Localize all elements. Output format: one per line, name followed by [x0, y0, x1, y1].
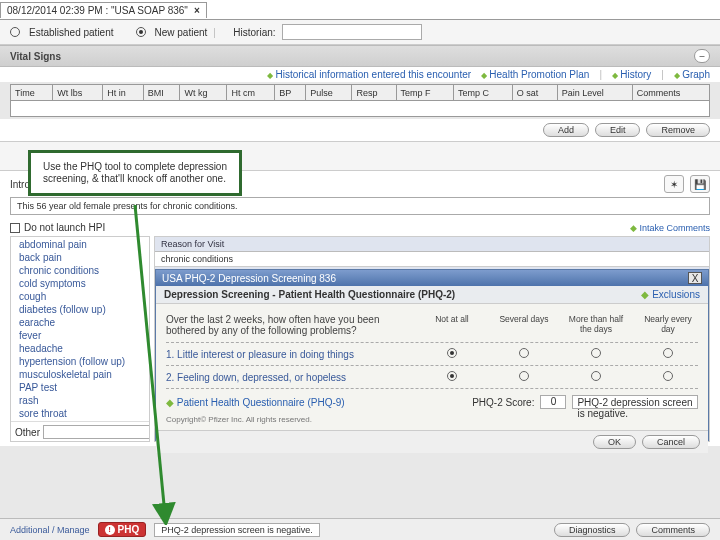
historian-label: Historian:: [233, 27, 275, 38]
symptom-item[interactable]: hypertension (follow up): [15, 355, 145, 368]
symptom-item[interactable]: cough: [15, 290, 145, 303]
vitals-col: Pulse: [306, 85, 352, 101]
radio-new[interactable]: [136, 27, 146, 37]
ok-button[interactable]: OK: [593, 435, 636, 449]
other-label: Other: [15, 427, 40, 438]
rfv-value: chronic conditions: [155, 252, 709, 267]
other-input[interactable]: [43, 425, 150, 439]
q1-opt3[interactable]: [663, 348, 673, 358]
question-1: 1. Little interest or pleasure in doing …: [166, 345, 698, 363]
vitals-buttons: Add Edit Remove: [0, 119, 720, 141]
save-icon[interactable]: 💾: [690, 175, 710, 193]
symptom-list[interactable]: abdominal painback painchronic condition…: [10, 236, 150, 442]
phq9-link[interactable]: Patient Health Questionnaire (PHQ-9): [166, 397, 345, 408]
vital-signs-title: Vital Signs: [10, 51, 61, 62]
add-button[interactable]: Add: [543, 123, 589, 137]
score-label: PHQ-2 Score:: [472, 397, 534, 408]
modal-sub-text: Depression Screening - Patient Health Qu…: [164, 289, 455, 300]
vitals-col: Pain Level: [557, 85, 632, 101]
phq2-modal: USA PHQ-2 Depression Screening 836 X Dep…: [155, 269, 709, 441]
historian-input[interactable]: [282, 24, 422, 40]
symptom-item[interactable]: back pain: [15, 251, 145, 264]
vitals-col: BMI: [143, 85, 180, 101]
score-value: 0: [540, 395, 566, 409]
document-tab[interactable]: 08/12/2014 02:39 PM : "USA SOAP 836" ×: [0, 2, 207, 18]
refresh-icon[interactable]: ✶: [664, 175, 684, 193]
vitals-col: O sat: [512, 85, 557, 101]
patient-type-row: Established patient New patient | Histor…: [0, 20, 720, 45]
symptom-item[interactable]: musculoskeletal pain: [15, 368, 145, 381]
symptom-item[interactable]: PAP test: [15, 381, 145, 394]
q2-label[interactable]: 2. Feeling down, depressed, or hopeless: [166, 372, 410, 383]
symptom-item[interactable]: headache: [15, 342, 145, 355]
vitals-col: Time: [11, 85, 53, 101]
q1-label[interactable]: 1. Little interest or pleasure in doing …: [166, 349, 410, 360]
comments-button[interactable]: Comments: [636, 523, 710, 537]
collapse-icon[interactable]: –: [694, 49, 710, 63]
modal-close-icon[interactable]: X: [688, 272, 702, 284]
vitals-col: Temp C: [453, 85, 512, 101]
footer-bar: Additional / Manage PHQ PHQ-2 depression…: [0, 518, 720, 540]
diagnostics-button[interactable]: Diagnostics: [554, 523, 631, 537]
vitals-table: TimeWt lbsHt inBMIWt kgHt cmBPPulseRespT…: [10, 84, 710, 117]
close-icon[interactable]: ×: [194, 5, 200, 16]
vital-signs-header: Vital Signs –: [0, 45, 720, 67]
opt-1: Several days: [494, 314, 554, 336]
health-plan-link[interactable]: Health Promotion Plan: [481, 69, 589, 80]
question-2: 2. Feeling down, depressed, or hopeless: [166, 368, 698, 386]
exclusions-link[interactable]: Exclusions: [641, 289, 700, 300]
q1-opt0[interactable]: [447, 348, 457, 358]
vitals-col: Wt kg: [180, 85, 227, 101]
vitals-col: Resp: [352, 85, 396, 101]
q1-opt1[interactable]: [519, 348, 529, 358]
intake-comments-link[interactable]: Intake Comments: [630, 223, 710, 233]
hpi-controls: Do not launch HPI Intake Comments: [0, 219, 720, 236]
vitals-col: Ht in: [103, 85, 143, 101]
symptom-item[interactable]: fever: [15, 329, 145, 342]
symptom-item[interactable]: diabetes (follow up): [15, 303, 145, 316]
hist-info-link[interactable]: Historical information entered this enco…: [267, 69, 471, 80]
annotation-callout: Use the PHQ tool to complete depression …: [28, 150, 242, 196]
opt-3: Nearly every day: [638, 314, 698, 336]
symptom-item[interactable]: rash: [15, 394, 145, 407]
phq-status: PHQ-2 depression screen is negative.: [154, 523, 320, 537]
modal-titlebar[interactable]: USA PHQ-2 Depression Screening 836 X: [156, 270, 708, 286]
symptom-item[interactable]: chronic conditions: [15, 264, 145, 277]
intro-text[interactable]: This 56 year old female presents for chr…: [10, 197, 710, 215]
history-link[interactable]: History: [612, 69, 651, 80]
symptom-item[interactable]: abdominal pain: [15, 238, 145, 251]
vitals-col: BP: [275, 85, 306, 101]
new-label: New patient: [155, 27, 208, 38]
q2-opt0[interactable]: [447, 371, 457, 381]
symptom-item[interactable]: earache: [15, 316, 145, 329]
q2-opt1[interactable]: [519, 371, 529, 381]
symptom-item[interactable]: sore throat: [15, 407, 145, 420]
additional-manage-link[interactable]: Additional / Manage: [10, 525, 90, 535]
radio-established[interactable]: [10, 27, 20, 37]
phq-button[interactable]: PHQ: [98, 522, 147, 537]
question-lead: Over the last 2 weeks, how often have yo…: [166, 314, 410, 336]
no-hpi-checkbox[interactable]: [10, 223, 20, 233]
result-value: PHQ-2 depression screen is negative.: [572, 395, 698, 409]
established-label: Established patient: [29, 27, 114, 38]
symptom-item[interactable]: cold symptoms: [15, 277, 145, 290]
modal-subheader: Depression Screening - Patient Health Qu…: [156, 286, 708, 304]
hpi-right-pane: Reason for Visit chronic conditions Hist…: [154, 236, 710, 442]
vitals-col: Temp F: [396, 85, 453, 101]
tab-label: 08/12/2014 02:39 PM : "USA SOAP 836": [7, 5, 188, 16]
hpi-body: abdominal painback painchronic condition…: [0, 236, 720, 446]
vitals-col: Ht cm: [227, 85, 275, 101]
vitals-row[interactable]: [11, 101, 710, 117]
q2-opt3[interactable]: [663, 371, 673, 381]
edit-button[interactable]: Edit: [595, 123, 641, 137]
graph-link[interactable]: Graph: [674, 69, 710, 80]
vitals-col: Comments: [632, 85, 709, 101]
opt-2: More than half the days: [566, 314, 626, 336]
remove-button[interactable]: Remove: [646, 123, 710, 137]
q2-opt2[interactable]: [591, 371, 601, 381]
q1-opt2[interactable]: [591, 348, 601, 358]
cancel-button[interactable]: Cancel: [642, 435, 700, 449]
modal-title-text: USA PHQ-2 Depression Screening 836: [162, 273, 336, 284]
no-hpi-label: Do not launch HPI: [24, 222, 105, 233]
vitals-linkbar: Historical information entered this enco…: [0, 67, 720, 82]
